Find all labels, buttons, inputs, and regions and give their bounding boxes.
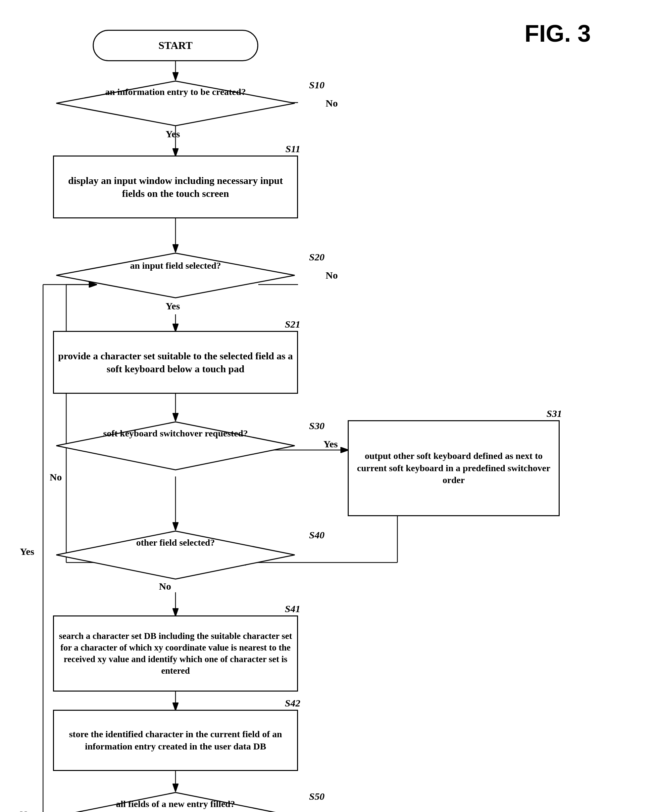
s42-label: store the identified character in the cu… <box>54 725 297 756</box>
start-label: START <box>158 39 192 53</box>
s30-step: S30 <box>309 420 325 432</box>
s20-diamond-svg <box>53 252 298 300</box>
s10-decision: an information entry to be created? S10 … <box>53 79 298 129</box>
fig-label: FIG. 3 <box>525 20 591 47</box>
s11-step: S11 <box>285 143 300 155</box>
s21-label: provide a character set suitable to the … <box>54 346 297 379</box>
s30-label: soft keyboard switchover requested? <box>103 428 248 438</box>
s21-process: provide a character set suitable to the … <box>53 331 298 394</box>
s50-step: S50 <box>309 791 325 802</box>
s10-no-label: No <box>325 98 338 109</box>
page: FIG. 3 <box>0 0 657 812</box>
s20-decision: an input field selected? S20 Yes No <box>53 252 298 301</box>
s40-decision: other field selected? S40 Yes No <box>53 529 298 582</box>
s20-step: S20 <box>309 252 325 263</box>
s10-step: S10 <box>309 79 325 91</box>
s40-no-label: No <box>159 581 171 592</box>
start-terminal: START <box>93 30 258 61</box>
s11-process: display an input window including necess… <box>53 155 298 218</box>
s40-step: S40 <box>309 529 325 541</box>
s30-yes-label: Yes <box>324 438 338 450</box>
s11-label: display an input window including necess… <box>54 171 297 203</box>
s42-process: store the identified character in the cu… <box>53 710 298 771</box>
s31-step: S31 <box>546 408 562 419</box>
s30-no-label: No <box>50 472 62 483</box>
s42-step: S42 <box>285 697 300 709</box>
s31-process: output other soft keyboard defined as ne… <box>348 420 560 516</box>
s10-label: an information entry to be created? <box>105 87 246 97</box>
s20-yes-label: Yes <box>166 300 180 312</box>
s10-yes-label: Yes <box>166 128 180 140</box>
s20-no-label: No <box>325 270 338 281</box>
s50-no-label: No <box>20 809 32 812</box>
s30-decision: soft keyboard switchover requested? S30 … <box>53 420 298 473</box>
s50-label: all fields of a new entry filled? <box>116 799 235 809</box>
s20-label: an input field selected? <box>130 261 221 271</box>
s31-label: output other soft keyboard defined as ne… <box>349 447 559 489</box>
s50-decision: all fields of a new entry filled? S50 No… <box>53 791 298 812</box>
s41-label: search a character set DB including the … <box>54 627 297 680</box>
s41-process: search a character set DB including the … <box>53 615 298 692</box>
s41-step: S41 <box>285 603 300 615</box>
s40-label: other field selected? <box>136 537 215 548</box>
s40-yes-label: Yes <box>20 546 34 557</box>
s21-step: S21 <box>285 319 300 330</box>
